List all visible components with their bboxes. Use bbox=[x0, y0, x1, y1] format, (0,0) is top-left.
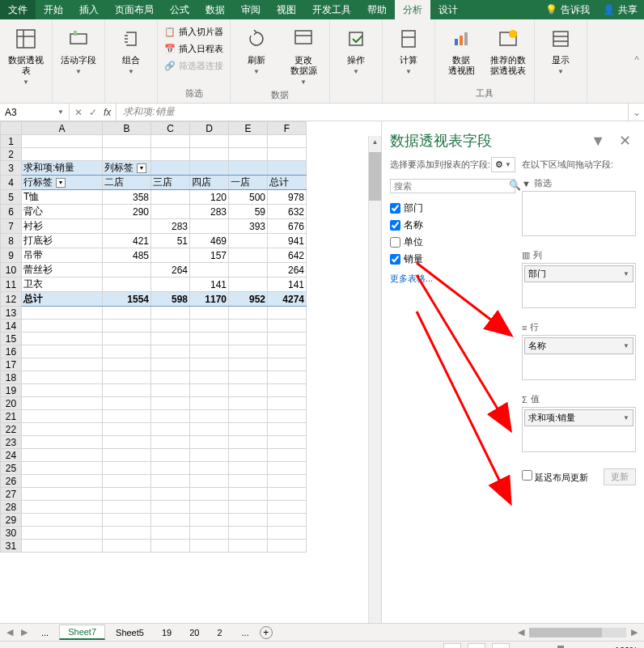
cell[interactable] bbox=[229, 358, 268, 371]
col-header[interactable]: F bbox=[268, 122, 307, 135]
cell[interactable] bbox=[190, 488, 229, 501]
select-all-corner[interactable] bbox=[1, 122, 22, 135]
horizontal-scrollbar[interactable] bbox=[529, 628, 626, 637]
row-header[interactable]: 26 bbox=[1, 475, 22, 488]
cell[interactable] bbox=[229, 462, 268, 475]
pivot-data-cell[interactable]: 264 bbox=[151, 263, 190, 277]
add-sheet-button[interactable]: + bbox=[260, 626, 273, 639]
cell[interactable] bbox=[268, 436, 307, 449]
pivot-data-cell[interactable] bbox=[151, 190, 190, 205]
cell[interactable] bbox=[268, 135, 307, 148]
cell[interactable] bbox=[22, 307, 103, 320]
cell[interactable] bbox=[190, 358, 229, 371]
cell[interactable] bbox=[229, 332, 268, 345]
pivot-data-cell[interactable]: 393 bbox=[229, 219, 268, 234]
cell[interactable] bbox=[151, 423, 190, 436]
cell[interactable] bbox=[22, 462, 103, 475]
cell[interactable] bbox=[229, 514, 268, 527]
cell[interactable] bbox=[151, 527, 190, 540]
cell[interactable] bbox=[190, 423, 229, 436]
cell[interactable] bbox=[268, 307, 307, 320]
cell[interactable] bbox=[190, 462, 229, 475]
cell[interactable] bbox=[103, 436, 151, 449]
pivot-data-cell[interactable]: 978 bbox=[268, 190, 307, 205]
cell[interactable] bbox=[103, 358, 151, 371]
fx-icon[interactable]: fx bbox=[104, 107, 111, 118]
insert-timeline-button[interactable]: 📅插入日程表 bbox=[161, 41, 227, 57]
cell[interactable] bbox=[103, 488, 151, 501]
cell[interactable] bbox=[22, 397, 103, 410]
cell[interactable] bbox=[190, 540, 229, 553]
row-header[interactable]: 10 bbox=[1, 263, 22, 277]
field-item[interactable]: 部门 bbox=[390, 200, 515, 217]
pivot-grand-total-cell[interactable]: 1554 bbox=[103, 292, 151, 307]
update-button[interactable]: 更新 bbox=[604, 468, 636, 485]
sheet-tab-more[interactable]: ... bbox=[32, 625, 57, 640]
pivot-grand-total-label[interactable]: 总计 bbox=[22, 292, 103, 307]
pane-tools-button[interactable]: ⚙▼ bbox=[491, 157, 515, 172]
cell[interactable] bbox=[151, 148, 190, 161]
cell[interactable] bbox=[22, 488, 103, 501]
cell[interactable] bbox=[22, 501, 103, 514]
row-header[interactable]: 11 bbox=[1, 277, 22, 292]
pivot-data-cell[interactable]: 469 bbox=[190, 234, 229, 248]
share-button[interactable]: 👤共享 bbox=[596, 0, 644, 19]
cell[interactable] bbox=[103, 514, 151, 527]
cell[interactable] bbox=[268, 397, 307, 410]
cell[interactable] bbox=[151, 135, 190, 148]
more-tables-link[interactable]: 更多表格... bbox=[390, 268, 515, 285]
sheet-tab[interactable]: 19 bbox=[153, 625, 180, 640]
pivot-row-item[interactable]: 打底衫 bbox=[22, 234, 103, 248]
cell[interactable] bbox=[268, 384, 307, 397]
cell[interactable] bbox=[268, 332, 307, 345]
cell[interactable] bbox=[268, 320, 307, 332]
cell[interactable] bbox=[268, 423, 307, 436]
row-header[interactable]: 20 bbox=[1, 397, 22, 410]
pivot-grand-total-cell[interactable]: 598 bbox=[151, 292, 190, 307]
row-header[interactable]: 9 bbox=[1, 248, 22, 263]
field-item[interactable]: 单位 bbox=[390, 234, 515, 251]
row-header[interactable]: 16 bbox=[1, 345, 22, 358]
row-filter-dropdown[interactable]: ▾ bbox=[56, 178, 66, 188]
columns-chip[interactable]: 部门▼ bbox=[524, 265, 633, 282]
sheet-tab-active[interactable]: Sheet7 bbox=[59, 625, 105, 640]
col-header[interactable]: E bbox=[229, 122, 268, 135]
cell[interactable] bbox=[190, 307, 229, 320]
cell[interactable] bbox=[229, 488, 268, 501]
pivot-data-cell[interactable]: 676 bbox=[268, 219, 307, 234]
pivot-data-cell[interactable]: 283 bbox=[190, 205, 229, 219]
cell[interactable] bbox=[103, 449, 151, 462]
cell[interactable] bbox=[103, 135, 151, 148]
cell[interactable] bbox=[103, 423, 151, 436]
pivot-data-cell[interactable]: 157 bbox=[190, 248, 229, 263]
cell[interactable] bbox=[151, 358, 190, 371]
cell[interactable] bbox=[22, 514, 103, 527]
row-header[interactable]: 5 bbox=[1, 190, 22, 205]
cell[interactable] bbox=[190, 527, 229, 540]
cell[interactable] bbox=[229, 397, 268, 410]
pivot-row-label[interactable]: 行标签▾ bbox=[22, 176, 103, 190]
cell[interactable] bbox=[151, 371, 190, 384]
cell[interactable] bbox=[151, 449, 190, 462]
sheet-nav-prev[interactable]: ◀ bbox=[3, 627, 16, 637]
zoom-level[interactable]: 100% bbox=[615, 646, 638, 649]
sheet-tab-more-right[interactable]: ... bbox=[233, 625, 258, 640]
tab-analyze[interactable]: 分析 bbox=[395, 0, 430, 19]
cell[interactable] bbox=[229, 410, 268, 423]
pane-menu-button[interactable]: ▼ bbox=[586, 133, 610, 149]
cancel-icon[interactable]: ✕ bbox=[74, 107, 83, 118]
row-header[interactable]: 2 bbox=[1, 148, 22, 161]
cell[interactable] bbox=[103, 384, 151, 397]
cell[interactable] bbox=[103, 501, 151, 514]
pivot-col-header[interactable]: 三店 bbox=[151, 176, 190, 190]
cell[interactable] bbox=[22, 320, 103, 332]
pivot-data-cell[interactable]: 632 bbox=[268, 205, 307, 219]
pivot-data-cell[interactable]: 485 bbox=[103, 248, 151, 263]
pivot-data-cell[interactable] bbox=[229, 277, 268, 292]
active-field-button[interactable]: 活动字段▼ bbox=[56, 24, 101, 78]
cell[interactable] bbox=[151, 332, 190, 345]
tab-home[interactable]: 开始 bbox=[36, 0, 71, 19]
pivot-col-header[interactable]: 一店 bbox=[229, 176, 268, 190]
cell[interactable] bbox=[190, 384, 229, 397]
cell[interactable] bbox=[103, 462, 151, 475]
